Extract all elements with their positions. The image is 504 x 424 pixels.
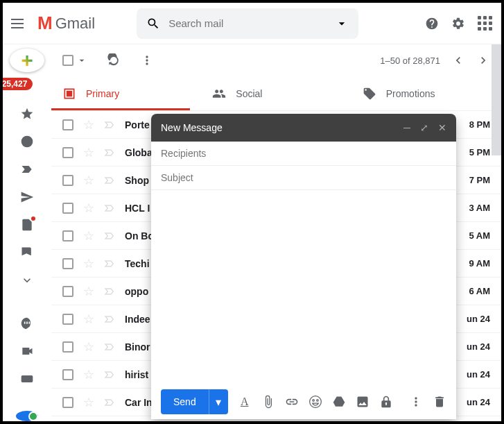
select-dropdown-icon[interactable] xyxy=(76,53,87,67)
compose-body[interactable] xyxy=(151,190,456,384)
important-marker-icon[interactable] xyxy=(104,147,115,158)
emoji-icon[interactable] xyxy=(309,395,322,409)
settings-icon[interactable] xyxy=(450,15,467,32)
important-marker-icon[interactable] xyxy=(104,369,115,380)
search-input[interactable] xyxy=(168,17,327,29)
gmail-m-icon: M xyxy=(37,12,53,34)
minimize-icon[interactable]: ─ xyxy=(403,122,410,133)
mail-time: un 24 xyxy=(467,369,490,380)
star-icon[interactable]: ☆ xyxy=(83,284,94,299)
search-bar[interactable] xyxy=(137,8,358,39)
main-menu-icon[interactable] xyxy=(11,15,28,32)
close-icon[interactable]: ✕ xyxy=(438,122,446,133)
compose-footer: Send ▾ A xyxy=(151,384,456,419)
star-icon[interactable]: ☆ xyxy=(83,173,94,188)
send-button[interactable]: Send xyxy=(161,389,209,414)
compose-header[interactable]: New Message ─ ⤢ ✕ xyxy=(151,114,456,142)
expand-icon[interactable] xyxy=(20,273,34,290)
recipients-input[interactable] xyxy=(161,148,446,159)
apps-icon[interactable] xyxy=(476,15,493,32)
important-marker-icon[interactable] xyxy=(104,230,115,241)
star-icon[interactable]: ☆ xyxy=(83,339,94,355)
account-avatar[interactable] xyxy=(16,411,38,421)
drive-icon[interactable] xyxy=(332,395,346,409)
mail-checkbox[interactable] xyxy=(62,258,73,269)
star-icon[interactable]: ☆ xyxy=(83,312,94,327)
photo-icon[interactable] xyxy=(356,395,370,409)
formatting-icon[interactable]: A xyxy=(238,395,252,409)
important-marker-icon[interactable] xyxy=(104,397,115,408)
mail-time: 9 AM xyxy=(469,258,490,269)
keyboard-icon[interactable] xyxy=(20,372,34,389)
social-icon xyxy=(212,87,226,101)
tab-social[interactable]: Social xyxy=(201,76,351,110)
tab-primary[interactable]: Primary xyxy=(51,76,201,110)
send-options-icon[interactable]: ▾ xyxy=(209,389,228,414)
star-icon[interactable]: ☆ xyxy=(83,201,94,216)
attach-icon[interactable] xyxy=(261,395,275,409)
mail-time: un 24 xyxy=(467,341,490,352)
link-icon[interactable] xyxy=(285,395,299,409)
mail-time: 8 PM xyxy=(469,119,490,130)
more-options-icon[interactable] xyxy=(409,395,423,409)
tab-label: Social xyxy=(236,88,262,99)
mail-checkbox[interactable] xyxy=(62,119,73,130)
drafts-icon[interactable] xyxy=(20,218,34,235)
help-icon[interactable] xyxy=(424,15,440,32)
category-tabs: Primary Social Promotions xyxy=(51,76,501,111)
mail-checkbox[interactable] xyxy=(62,230,73,241)
important-marker-icon[interactable] xyxy=(104,314,115,325)
mail-checkbox[interactable] xyxy=(62,175,73,186)
header: M Gmail xyxy=(3,3,501,44)
category-icon[interactable] xyxy=(20,246,34,262)
prev-page-icon[interactable] xyxy=(451,53,465,67)
pagination-text: 1–50 of 28,871 xyxy=(380,56,440,66)
star-icon[interactable]: ☆ xyxy=(83,117,94,133)
primary-icon xyxy=(62,87,76,101)
discard-icon[interactable] xyxy=(433,395,446,409)
search-icon xyxy=(146,17,160,31)
refresh-icon[interactable] xyxy=(107,53,121,67)
hangouts-icon[interactable] xyxy=(20,316,34,333)
starred-icon[interactable] xyxy=(20,107,34,124)
important-marker-icon[interactable] xyxy=(104,286,115,297)
important-marker-icon[interactable] xyxy=(104,341,115,353)
snoozed-icon[interactable] xyxy=(20,135,34,151)
important-icon[interactable] xyxy=(20,162,34,179)
star-icon[interactable]: ☆ xyxy=(83,367,94,382)
star-icon[interactable]: ☆ xyxy=(83,256,94,271)
mail-checkbox[interactable] xyxy=(62,203,73,214)
mail-checkbox[interactable] xyxy=(62,286,73,297)
confidential-icon[interactable] xyxy=(379,395,393,409)
mail-checkbox[interactable] xyxy=(62,147,73,158)
mail-checkbox[interactable] xyxy=(62,369,73,380)
mail-time: un 24 xyxy=(467,397,490,407)
sent-icon[interactable] xyxy=(20,190,34,207)
mail-checkbox[interactable] xyxy=(62,397,73,408)
compose-button[interactable]: + xyxy=(10,49,44,72)
star-icon[interactable]: ☆ xyxy=(83,228,94,244)
mail-checkbox[interactable] xyxy=(62,341,73,353)
scrollbar[interactable] xyxy=(492,44,501,155)
tab-label: Primary xyxy=(86,88,119,99)
compose-window: New Message ─ ⤢ ✕ Send ▾ A xyxy=(151,114,456,419)
more-icon[interactable] xyxy=(140,53,154,67)
next-page-icon[interactable] xyxy=(476,53,490,67)
select-all-checkbox[interactable] xyxy=(62,55,73,66)
inbox-count-badge[interactable]: 25,427 xyxy=(0,78,33,90)
tab-promotions[interactable]: Promotions xyxy=(351,76,501,110)
subject-input[interactable] xyxy=(161,172,446,183)
search-options-icon[interactable] xyxy=(335,17,349,31)
important-marker-icon[interactable] xyxy=(104,203,115,214)
video-icon[interactable] xyxy=(20,344,34,361)
mail-checkbox[interactable] xyxy=(62,314,73,325)
important-marker-icon[interactable] xyxy=(104,258,115,269)
fullscreen-icon[interactable]: ⤢ xyxy=(420,122,428,133)
gmail-logo[interactable]: M Gmail xyxy=(37,12,95,34)
mail-time: 3 AM xyxy=(469,203,490,213)
star-icon[interactable]: ☆ xyxy=(83,395,94,410)
gmail-text: Gmail xyxy=(55,15,95,33)
important-marker-icon[interactable] xyxy=(104,119,115,130)
important-marker-icon[interactable] xyxy=(104,175,115,186)
star-icon[interactable]: ☆ xyxy=(83,145,94,160)
